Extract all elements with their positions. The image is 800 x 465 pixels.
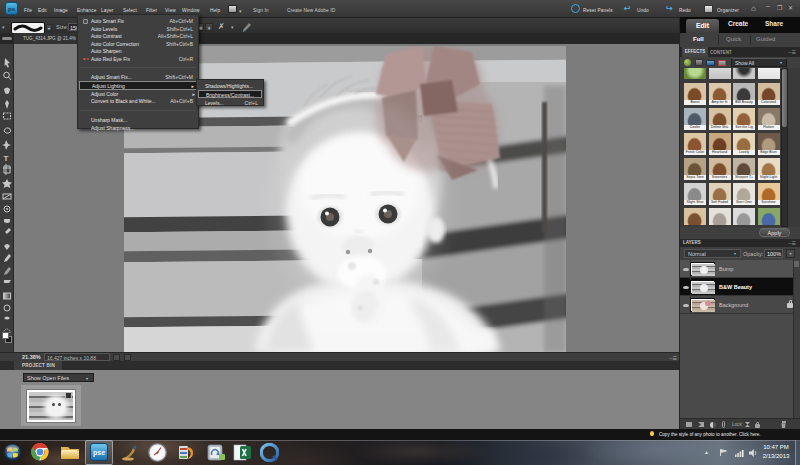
svg-text:T: T: [4, 154, 9, 163]
